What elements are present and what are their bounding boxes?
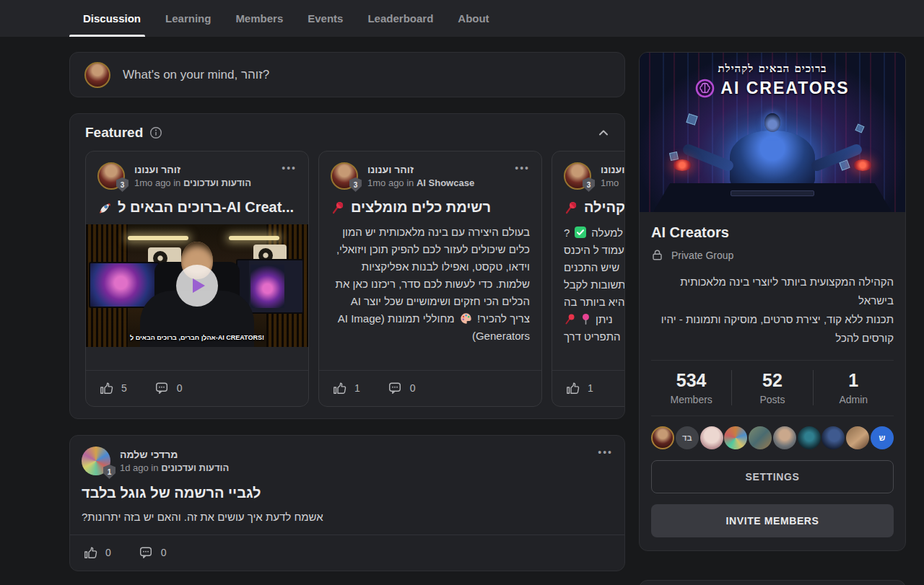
author-name[interactable]: מרדכי שלמה: [120, 449, 229, 460]
like-icon[interactable]: [99, 381, 113, 395]
comment-count: 0: [410, 382, 416, 394]
group-name: AI Creators: [651, 224, 894, 241]
like-icon[interactable]: [332, 381, 346, 395]
description-line: הקהילה המקצועית ביותר ליוצרי בינה מלאכות…: [651, 273, 894, 310]
sidebar: ברוכים הבאים לקהילת AI CREATORS AI Creat…: [639, 52, 906, 585]
like-count: 1: [588, 382, 593, 394]
text: לקבלתשובות: [564, 278, 624, 291]
featured-title: Featured: [85, 125, 143, 141]
comment-icon[interactable]: [139, 545, 153, 560]
banner-brand-text: AI CREATORS: [720, 79, 849, 98]
tab-members[interactable]: Members: [235, 0, 283, 37]
post-body-line: היכנסלעמוד: [564, 241, 624, 258]
tab-events[interactable]: Events: [308, 0, 343, 37]
member-avatar[interactable]: [651, 426, 674, 449]
video-thumbnail[interactable]: אהלן חברים, ברוכים הבאים ל-AI CREATORS!: [86, 224, 308, 347]
category-link[interactable]: AI Showcase: [417, 177, 474, 188]
like-icon[interactable]: [565, 381, 580, 395]
member-avatar[interactable]: [724, 426, 747, 449]
member-avatar[interactable]: [749, 426, 772, 449]
stat-value: 1: [814, 370, 894, 391]
post-body-line: ניתן: [564, 310, 624, 327]
stat-posts[interactable]: 52 Posts: [731, 370, 812, 405]
chevron-up-icon[interactable]: [598, 127, 609, 138]
timestamp: 1mo ago in: [367, 177, 414, 188]
category-link[interactable]: הודעות ועדכונים: [161, 462, 229, 473]
invite-members-button[interactable]: INVITE MEMBERS: [651, 504, 894, 537]
post-title[interactable]: ברוכים הבאים ל-AI Creat...: [97, 199, 297, 216]
featured-card-welcome[interactable]: 3 זוהר וענונו 1mo ago in הודעות ועדכונים…: [85, 151, 309, 407]
pushpin-icon: [331, 201, 345, 215]
more-options-icon[interactable]: •••: [598, 447, 613, 458]
member-avatar[interactable]: [821, 426, 845, 449]
like-icon[interactable]: [83, 545, 97, 560]
avatar[interactable]: 3: [97, 162, 125, 190]
tab-about[interactable]: About: [458, 0, 489, 37]
page-content: What's on your mind, זוהר? Featured 3: [0, 37, 924, 585]
stat-label: Posts: [732, 394, 812, 405]
author-name[interactable]: זוהר וענונו: [134, 164, 251, 175]
post-body: ? למעלה היכנסלעמוד התכניםשיש לקבלתשובות …: [564, 224, 624, 345]
author-row: 1 מרדכי שלמה 1d ago in הודעות ועדכונים •…: [82, 447, 613, 475]
featured-carousel: 3 זוהר וענונו 1mo ago in הודעות ועדכונים…: [85, 151, 624, 407]
like-count: 1: [354, 382, 360, 394]
stat-members[interactable]: 534 Members: [651, 370, 731, 405]
featured-card-community[interactable]: 3 זוהר וענונו 1mo קהילה ?: [552, 151, 624, 407]
video-caption: אהלן חברים, ברוכים הבאים ל-AI CREATORS!: [86, 334, 308, 341]
stat-admins[interactable]: 1 Admin: [813, 370, 894, 405]
member-avatar[interactable]: [700, 426, 723, 449]
info-icon[interactable]: [149, 126, 162, 139]
post-title[interactable]: רשימת כלים מומלצים: [331, 199, 530, 216]
author-name[interactable]: זוהר וענונו: [367, 164, 474, 175]
brain-logo-icon: [695, 79, 715, 98]
play-button-icon[interactable]: [176, 265, 218, 307]
member-avatar[interactable]: [798, 426, 821, 449]
composer-prompt[interactable]: What's on your mind, זוהר?: [123, 68, 269, 82]
category-link[interactable]: הודעות ועדכונים: [183, 177, 251, 188]
post-body-text: בעולם היצירה עם בינה מלאכותית יש המון כל…: [336, 226, 530, 325]
decor: [229, 236, 279, 240]
featured-card-tools[interactable]: 3 זוהר וענונו 1mo ago in AI Showcase •••…: [318, 151, 542, 407]
text: התכניםשיש: [564, 261, 619, 273]
post-title[interactable]: לגביי הרשמה של גוגל בלבד: [82, 485, 613, 501]
comment-icon[interactable]: [388, 381, 402, 395]
member-avatar[interactable]: ש: [871, 426, 894, 449]
settings-button[interactable]: SETTINGS: [651, 460, 894, 493]
avatar[interactable]: [84, 62, 110, 88]
post-title-text: קהילה: [584, 199, 624, 216]
like-count: 5: [121, 382, 127, 394]
tab-discussion[interactable]: Discussion: [83, 0, 141, 37]
text: דרךהתפריט: [564, 330, 621, 343]
timestamp: 1d ago in: [120, 462, 159, 473]
more-options-icon[interactable]: •••: [282, 162, 297, 174]
post-title[interactable]: קהילה: [564, 199, 624, 216]
author-name[interactable]: זוהר וענונו: [601, 164, 624, 175]
feed-post[interactable]: 1 מרדכי שלמה 1d ago in הודעות ועדכונים •…: [69, 435, 625, 571]
palette-icon: [460, 312, 472, 325]
comment-icon[interactable]: [154, 381, 169, 395]
tab-learning[interactable]: Learning: [165, 0, 211, 37]
comment-count: 0: [177, 382, 183, 394]
member-avatar[interactable]: בד: [676, 426, 699, 449]
author-row: 3 זוהר וענונו 1mo ago in AI Showcase •••: [331, 162, 530, 190]
post-body-line: בהביותרהיא: [564, 293, 624, 310]
rocket-icon: [97, 201, 112, 215]
tab-leaderboard[interactable]: Leaderboard: [367, 0, 433, 37]
more-options-icon[interactable]: •••: [515, 162, 530, 174]
author-row: 3 זוהר וענונו 1mo: [564, 162, 624, 190]
round-pushpin-icon: [580, 313, 591, 325]
member-avatar[interactable]: [773, 426, 796, 449]
member-avatars: בד ש: [651, 415, 894, 449]
description-line: תכנות ללא קוד, יצירת סרטים, מוסיקה ותמונ…: [651, 310, 894, 348]
member-avatar[interactable]: [846, 426, 869, 449]
post-composer[interactable]: What's on your mind, זוהר?: [69, 52, 625, 97]
avatar[interactable]: 1: [82, 447, 110, 475]
avatar[interactable]: 3: [331, 162, 358, 190]
pushpin-icon: [564, 313, 576, 325]
avatar[interactable]: 3: [564, 162, 591, 190]
post-footer: 0 0: [70, 535, 624, 571]
group-description: הקהילה המקצועית ביותר ליוצרי בינה מלאכות…: [651, 273, 894, 348]
post-footer: 1: [552, 370, 624, 406]
group-banner[interactable]: ברוכים הבאים לקהילת AI CREATORS: [640, 53, 905, 212]
level-badge: 3: [583, 177, 595, 192]
